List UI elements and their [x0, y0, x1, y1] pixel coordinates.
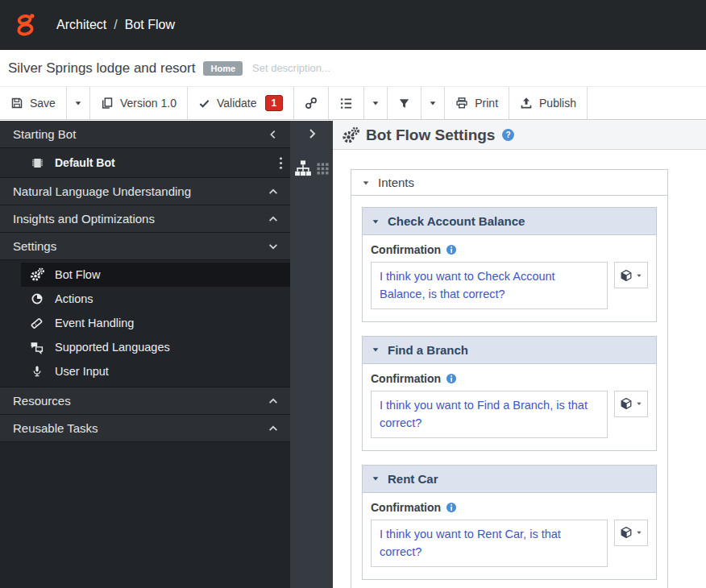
- save-label: Save: [30, 97, 56, 110]
- save-icon: [10, 97, 23, 110]
- item-label: Actions: [55, 292, 93, 305]
- task-list-button[interactable]: [329, 87, 364, 119]
- section-label: Resources: [13, 394, 71, 408]
- expression-mode-button[interactable]: [614, 391, 648, 417]
- expression-mode-button[interactable]: [614, 262, 648, 288]
- publish-label: Publish: [539, 97, 576, 110]
- sidebar-section-insights[interactable]: Insights and Optimizations: [0, 205, 290, 233]
- caret-down-icon: [362, 179, 370, 187]
- intent-header-check-account-balance[interactable]: Check Account Balance: [363, 208, 656, 235]
- publish-button[interactable]: Publish: [509, 87, 588, 119]
- item-label: Supported Languages: [55, 341, 170, 354]
- caret-down-icon: [74, 99, 82, 107]
- intent-name: Find a Branch: [388, 343, 468, 357]
- item-label: Event Handling: [55, 317, 134, 329]
- sidebar-section-reusable-tasks[interactable]: Reusable Tasks: [0, 415, 290, 442]
- tree-view-icon[interactable]: [294, 159, 312, 177]
- chip-icon: [31, 156, 44, 170]
- intent-header-find-a-branch[interactable]: Find a Branch: [363, 337, 656, 364]
- section-label: Reusable Tasks: [13, 421, 98, 435]
- flow-title-bar: Silver Springs lodge and resort Home Set…: [0, 50, 706, 87]
- section-label: Insights and Optimizations: [13, 212, 155, 226]
- ticket-icon: [30, 317, 44, 330]
- copy-icon: [101, 97, 114, 110]
- version-button[interactable]: Version 1.0: [90, 87, 188, 119]
- task-list-menu-button[interactable]: [364, 87, 388, 119]
- chevron-down-icon: [268, 241, 279, 252]
- validate-error-badge: 1: [265, 95, 284, 111]
- page-header: Bot Flow Settings: [333, 121, 706, 150]
- sidebar-item-actions[interactable]: Actions: [0, 287, 290, 311]
- caret-down-icon: [636, 529, 642, 536]
- sidebar-section-nlu[interactable]: Natural Language Understanding: [0, 178, 290, 205]
- sidebar-item-bot-flow[interactable]: Bot Flow: [21, 263, 290, 287]
- sidebar-section-starting-bot[interactable]: Starting Bot: [0, 121, 290, 148]
- intent-name: Check Account Balance: [388, 214, 525, 228]
- default-bot-label: Default Bot: [55, 156, 115, 169]
- copy-link-button[interactable]: [294, 87, 329, 119]
- sidebar-item-default-bot[interactable]: Default Bot: [0, 148, 290, 178]
- sidebar-item-event-handling[interactable]: Event Handling: [0, 311, 290, 335]
- item-label: User Input: [55, 365, 109, 378]
- breadcrumb-separator: /: [114, 18, 117, 32]
- info-icon[interactable]: [446, 244, 457, 255]
- sidebar-collapse-strip: [290, 121, 333, 588]
- chevron-up-icon: [268, 186, 279, 197]
- gears-icon: [342, 126, 359, 144]
- chevron-left-icon[interactable]: [268, 129, 279, 140]
- microphone-icon: [31, 365, 44, 378]
- validate-button[interactable]: Validate 1: [188, 87, 294, 119]
- sidebar-section-settings[interactable]: Settings: [0, 233, 290, 260]
- speech-bubbles-icon: [30, 341, 44, 354]
- info-icon[interactable]: [446, 502, 457, 513]
- confirmation-label: Confirmation: [371, 372, 648, 385]
- grid-view-icon[interactable]: [317, 163, 329, 175]
- description-placeholder[interactable]: Set description...: [252, 62, 330, 74]
- breadcrumb-product[interactable]: Architect: [56, 18, 106, 32]
- publish-icon: [520, 97, 533, 110]
- breadcrumb-page: Bot Flow: [125, 18, 175, 32]
- toolbar-spacer: [588, 87, 706, 119]
- sidebar-item-user-input[interactable]: User Input: [0, 359, 290, 383]
- sidebar-item-supported-languages[interactable]: Supported Languages: [0, 335, 290, 359]
- confirmation-input[interactable]: I think you want to Find a Branch, is th…: [371, 391, 608, 438]
- help-icon[interactable]: [501, 128, 515, 142]
- info-icon[interactable]: [446, 373, 457, 384]
- intents-panel: Intents Check Account Balance Confirmati…: [351, 169, 668, 588]
- filter-icon: [398, 97, 410, 110]
- caret-down-icon: [429, 99, 437, 107]
- breadcrumb: Architect / Bot Flow: [56, 18, 175, 32]
- settings-items-group: Bot Flow Actions Event Handling Supporte…: [0, 260, 290, 387]
- section-label: Natural Language Understanding: [13, 184, 191, 198]
- confirmation-input[interactable]: I think you want to Check Account Balanc…: [371, 262, 608, 309]
- section-label: Settings: [13, 239, 56, 253]
- confirmation-input[interactable]: I think you want to Rent Car, is that co…: [371, 520, 608, 567]
- genesys-logo-icon[interactable]: [15, 12, 37, 38]
- chevron-up-icon: [268, 395, 279, 407]
- print-icon: [455, 97, 468, 110]
- ordered-list-icon: [339, 97, 353, 110]
- confirmation-label: Confirmation: [371, 501, 648, 514]
- print-label: Print: [475, 97, 498, 110]
- chevron-right-icon[interactable]: [305, 127, 318, 140]
- print-button[interactable]: Print: [445, 87, 509, 119]
- filter-menu-button[interactable]: [422, 87, 445, 119]
- save-button[interactable]: Save: [0, 87, 67, 119]
- caret-down-icon: [636, 400, 642, 407]
- caret-down-icon: [372, 99, 380, 107]
- sidebar-section-resources[interactable]: Resources: [0, 387, 290, 415]
- intents-panel-title: Intents: [378, 176, 414, 189]
- intents-panel-header[interactable]: Intents: [351, 170, 667, 196]
- chevron-up-icon: [268, 423, 279, 434]
- cube-icon: [620, 526, 633, 539]
- expression-mode-button[interactable]: [614, 520, 648, 546]
- gears-icon: [30, 267, 44, 282]
- intent-header-rent-car[interactable]: Rent Car: [363, 466, 656, 493]
- filter-button[interactable]: [388, 87, 422, 119]
- confirmation-label: Confirmation: [371, 243, 648, 256]
- section-label: Starting Bot: [13, 127, 76, 141]
- version-label: Version 1.0: [120, 97, 176, 110]
- kebab-menu-icon[interactable]: [278, 156, 284, 170]
- save-menu-button[interactable]: [67, 87, 90, 119]
- caret-down-icon: [372, 217, 380, 226]
